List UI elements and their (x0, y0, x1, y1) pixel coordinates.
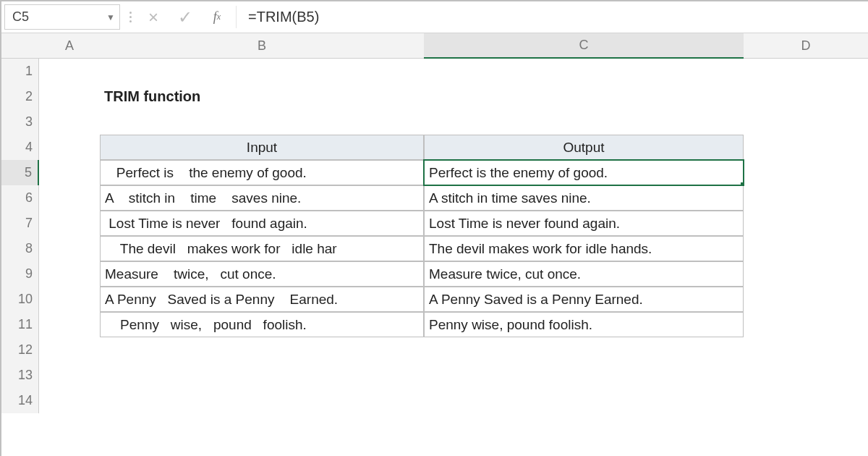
formula-input[interactable]: =TRIM(B5) (239, 1, 868, 33)
formula-bar-drag-handle[interactable] (123, 1, 137, 33)
cell-a10[interactable] (39, 287, 100, 312)
cell-c13[interactable] (424, 363, 744, 388)
cell-a11[interactable] (39, 312, 100, 337)
cell-c5-active[interactable]: Perfect is the enemy of good. (424, 160, 744, 185)
row-header[interactable]: 11 (1, 312, 39, 337)
cell-a14[interactable] (39, 388, 100, 413)
row-header[interactable]: 9 (1, 261, 39, 287)
cell-a12[interactable] (39, 337, 100, 363)
cell-b11[interactable]: Penny wise, pound foolish. (100, 312, 424, 337)
cell-b6[interactable]: A stitch in time saves nine. (100, 185, 424, 211)
cell-b14[interactable] (100, 388, 424, 413)
cell-a1[interactable] (39, 59, 100, 84)
cell-d6[interactable] (744, 185, 868, 211)
chevron-down-icon[interactable]: ▼ (106, 12, 115, 22)
col-header-a[interactable]: A (39, 33, 100, 59)
row-header[interactable]: 10 (1, 287, 39, 312)
cell-d1[interactable] (744, 59, 868, 84)
row-header[interactable]: 5 (1, 160, 39, 185)
row-header[interactable]: 1 (1, 59, 39, 84)
cell-a9[interactable] (39, 261, 100, 287)
cell-d14[interactable] (744, 388, 868, 413)
cell-c7[interactable]: Lost Time is never found again. (424, 211, 744, 236)
select-all-corner[interactable] (1, 33, 39, 59)
cell-c8[interactable]: The devil makes work for idle hands. (424, 236, 744, 261)
row-header[interactable]: 3 (1, 109, 39, 135)
table-header-output[interactable]: Output (424, 135, 744, 160)
cell-d10[interactable] (744, 287, 868, 312)
row-header[interactable]: 7 (1, 211, 39, 236)
row-header[interactable]: 14 (1, 388, 39, 413)
row-header[interactable]: 6 (1, 185, 39, 211)
formula-text: =TRIM(B5) (248, 9, 319, 25)
cell-c10[interactable]: A Penny Saved is a Penny Earned. (424, 287, 744, 312)
cell-c14[interactable] (424, 388, 744, 413)
cell-d5[interactable] (744, 160, 868, 185)
title-cell[interactable]: TRIM function (100, 84, 424, 109)
cell-b8[interactable]: The devil makes work for idle har (100, 236, 424, 261)
cell-b13[interactable] (100, 363, 424, 388)
cell-d12[interactable] (744, 337, 868, 363)
cell-d11[interactable] (744, 312, 868, 337)
cell-b1[interactable] (100, 59, 424, 84)
cell-d2[interactable] (744, 84, 868, 109)
cell-c1[interactable] (424, 59, 744, 84)
cancel-icon[interactable]: × (137, 1, 169, 33)
fx-icon[interactable]: fx (201, 1, 233, 33)
cell-c6[interactable]: A stitch in time saves nine. (424, 185, 744, 211)
name-box[interactable]: C5 ▼ (4, 4, 120, 30)
cell-b9[interactable]: Measure twice, cut once. (100, 261, 424, 287)
formula-bar: C5 ▼ × ✓ fx =TRIM(B5) (1, 1, 868, 33)
cell-c12[interactable] (424, 337, 744, 363)
cell-b5[interactable]: Perfect is the enemy of good. (100, 160, 424, 185)
cell-a2[interactable] (39, 84, 100, 109)
cell-b3[interactable] (100, 109, 424, 135)
col-header-d[interactable]: D (744, 33, 868, 59)
worksheet-grid[interactable]: A B C D 1 2 TRIM function 3 4 Input Outp… (1, 33, 868, 413)
cell-c9[interactable]: Measure twice, cut once. (424, 261, 744, 287)
row-header[interactable]: 13 (1, 363, 39, 388)
cell-d3[interactable] (744, 109, 868, 135)
cell-a7[interactable] (39, 211, 100, 236)
cell-d8[interactable] (744, 236, 868, 261)
table-header-input[interactable]: Input (100, 135, 424, 160)
row-header[interactable]: 8 (1, 236, 39, 261)
cell-d7[interactable] (744, 211, 868, 236)
cell-c11[interactable]: Penny wise, pound foolish. (424, 312, 744, 337)
col-header-c[interactable]: C (424, 33, 744, 59)
cell-a13[interactable] (39, 363, 100, 388)
name-box-value: C5 (12, 9, 29, 25)
cell-d9[interactable] (744, 261, 868, 287)
cell-c3[interactable] (424, 109, 744, 135)
divider (236, 6, 237, 28)
cell-b12[interactable] (100, 337, 424, 363)
row-header[interactable]: 4 (1, 135, 39, 160)
col-header-b[interactable]: B (100, 33, 424, 59)
row-header[interactable]: 12 (1, 337, 39, 363)
cell-a5[interactable] (39, 160, 100, 185)
cell-a3[interactable] (39, 109, 100, 135)
cell-a6[interactable] (39, 185, 100, 211)
cell-b10[interactable]: A Penny Saved is a Penny Earned. (100, 287, 424, 312)
cell-d13[interactable] (744, 363, 868, 388)
cell-c2[interactable] (424, 84, 744, 109)
cell-a4[interactable] (39, 135, 100, 160)
cell-b7[interactable]: Lost Time is never found again. (100, 211, 424, 236)
confirm-icon[interactable]: ✓ (169, 1, 201, 33)
row-header[interactable]: 2 (1, 84, 39, 109)
cell-a8[interactable] (39, 236, 100, 261)
cell-d4[interactable] (744, 135, 868, 160)
